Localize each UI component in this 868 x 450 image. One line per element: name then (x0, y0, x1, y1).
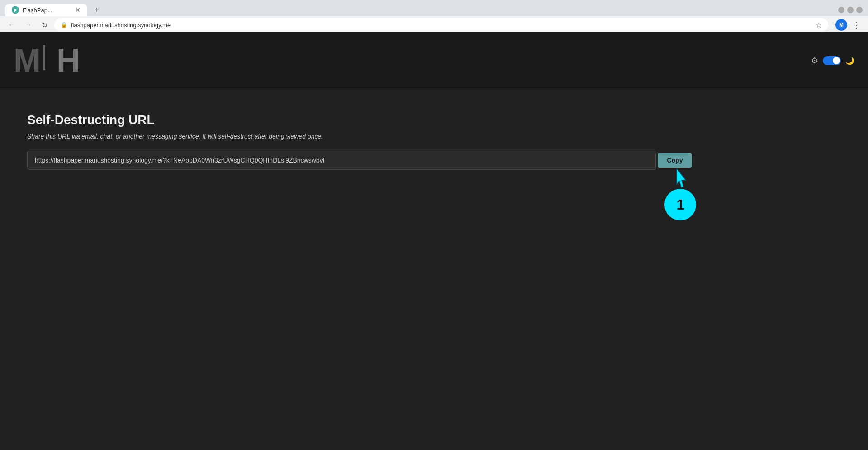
extensions-button[interactable]: ⋮ (850, 19, 863, 31)
back-button[interactable]: ← (5, 19, 18, 31)
tab-favicon: F (12, 6, 19, 14)
browser-tab[interactable]: F FlashPap... ✕ (5, 4, 87, 16)
site-header: M H ⚙ 🌙 (0, 32, 868, 90)
browser-toolbar: ← → ↻ 🔒 flashpaper.mariushosting.synolog… (0, 16, 868, 34)
moon-icon: 🌙 (845, 57, 854, 65)
forward-button[interactable]: → (22, 19, 34, 31)
main-content: Self-Destructing URL Share this URL via … (0, 90, 868, 201)
svg-rect-4 (43, 45, 45, 70)
maximize-button[interactable] (847, 7, 854, 13)
url-input[interactable] (27, 151, 656, 170)
address-bar[interactable]: 🔒 flashpaper.mariushosting.synology.me ☆ (54, 18, 828, 32)
lock-icon: 🔒 (61, 22, 67, 28)
dark-mode-toggle[interactable] (823, 56, 841, 65)
address-url: flashpaper.mariushosting.synology.me (71, 22, 171, 29)
settings-icon[interactable]: ⚙ (811, 56, 818, 66)
copy-button[interactable]: Copy (658, 153, 692, 168)
page-content: M H ⚙ 🌙 Self-Destructing URL Share this … (0, 32, 868, 450)
site-logo: M H (14, 41, 90, 81)
browser-chrome: F FlashPap... ✕ + ← → ↻ 🔒 flashpaper.mar… (0, 0, 868, 32)
svg-text:M: M (14, 42, 40, 77)
svg-text:F: F (14, 8, 17, 13)
reload-button[interactable]: ↻ (38, 19, 51, 31)
close-window-button[interactable] (856, 7, 863, 13)
browser-titlebar: F FlashPap... ✕ + (0, 0, 868, 16)
profile-avatar[interactable]: M (835, 19, 847, 31)
tab-title: FlashPap... (23, 7, 52, 14)
header-controls: ⚙ 🌙 (811, 56, 854, 66)
step-circle: 1 (664, 189, 696, 220)
page-description: Share this URL via email, chat, or anoth… (27, 133, 841, 140)
svg-marker-5 (677, 168, 686, 187)
new-tab-button[interactable]: + (90, 4, 103, 16)
tab-close-button[interactable]: ✕ (75, 6, 81, 14)
svg-text:H: H (57, 42, 79, 77)
browser-actions: M ⋮ (835, 19, 863, 31)
bookmark-icon[interactable]: ☆ (816, 21, 822, 29)
minimize-button[interactable] (838, 7, 844, 13)
page-title: Self-Destructing URL (27, 113, 841, 127)
